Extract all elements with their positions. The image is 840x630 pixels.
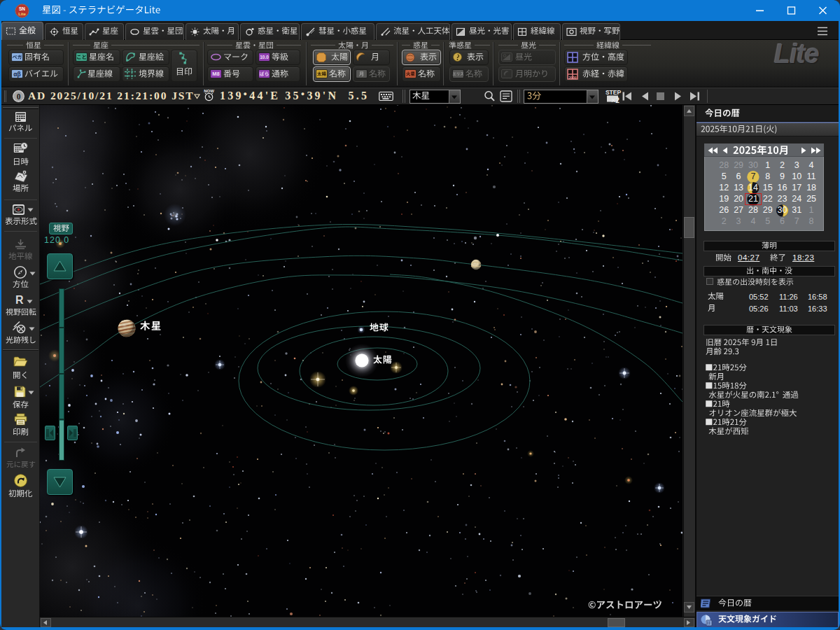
- svg-text:STEP: STEP: [606, 89, 622, 96]
- svg-text:×2: ×2: [611, 97, 620, 104]
- svg-text:M8: M8: [212, 71, 219, 77]
- svg-text:αβ: αβ: [13, 71, 20, 78]
- svg-text:0: 0: [17, 92, 21, 101]
- svg-text:2000: 2000: [568, 76, 576, 80]
- svg-text:Lite: Lite: [18, 12, 26, 16]
- svg-text:10.0: 10.0: [260, 55, 269, 59]
- svg-text:SN: SN: [19, 6, 25, 11]
- svg-text:NOW: NOW: [204, 89, 214, 93]
